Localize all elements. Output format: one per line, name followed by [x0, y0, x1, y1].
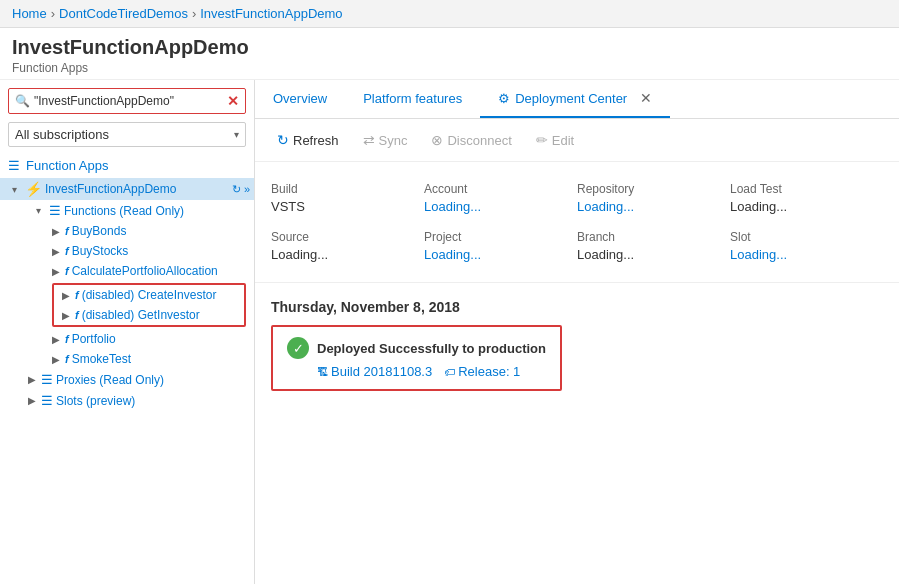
- info-value-branch: Loading...: [577, 247, 722, 262]
- breadcrumb-demos[interactable]: DontCodeTiredDemos: [59, 6, 188, 21]
- info-value-source: Loading...: [271, 247, 416, 262]
- disconnect-label: Disconnect: [447, 133, 511, 148]
- tree-item-portfolio[interactable]: ▶ f Portfolio: [44, 329, 254, 349]
- breadcrumb: Home › DontCodeTiredDemos › InvestFuncti…: [0, 0, 899, 28]
- function-icon: f: [65, 245, 69, 257]
- tree-item-buybonds[interactable]: ▶ f BuyBonds: [44, 221, 254, 241]
- info-value-project[interactable]: Loading...: [424, 247, 569, 262]
- content-area: Overview Platform features ⚙ Deployment …: [255, 80, 899, 584]
- function-apps-label: Function Apps: [26, 158, 108, 173]
- info-cell-repository: Repository Loading...: [577, 178, 730, 226]
- sync-button[interactable]: ⇄ Sync: [353, 127, 418, 153]
- tab-close-button[interactable]: ✕: [640, 90, 652, 106]
- tree-item-getinvestor[interactable]: ▶ f (disabled) GetInvestor: [54, 305, 244, 325]
- refresh-button[interactable]: ↻ Refresh: [267, 127, 349, 153]
- info-label: Slot: [730, 230, 875, 244]
- chevron-down-icon: ▾: [12, 184, 22, 195]
- sidebar-item-function-apps[interactable]: ☰ Function Apps: [0, 153, 254, 178]
- info-label: Source: [271, 230, 416, 244]
- release-label: Release: 1: [458, 364, 520, 379]
- sync-icon: ⇄: [363, 132, 375, 148]
- function-icon: f: [75, 289, 79, 301]
- function-app-icon: ⚡: [25, 181, 42, 197]
- tree-item-calculateportfolio[interactable]: ▶ f CalculatePortfolioAllocation: [44, 261, 254, 281]
- function-name-label: BuyBonds: [72, 224, 127, 238]
- refresh-label: Refresh: [293, 133, 339, 148]
- info-value-account[interactable]: Loading...: [424, 199, 569, 214]
- tree-item-buystocks[interactable]: ▶ f BuyStocks: [44, 241, 254, 261]
- disabled-functions-group: ▶ f (disabled) CreateInvestor ▶ f (disab…: [52, 283, 246, 327]
- info-label: Account: [424, 182, 569, 196]
- function-icon: f: [65, 265, 69, 277]
- search-clear-button[interactable]: ✕: [227, 93, 239, 109]
- deploy-success-row: ✓ Deployed Successfully to production: [287, 337, 546, 359]
- build-label: Build 20181108.3: [331, 364, 432, 379]
- edit-button[interactable]: ✏ Edit: [526, 127, 584, 153]
- tabs-bar: Overview Platform features ⚙ Deployment …: [255, 80, 899, 119]
- function-icon: f: [65, 353, 69, 365]
- breadcrumb-current[interactable]: InvestFunctionAppDemo: [200, 6, 342, 21]
- function-name-label: (disabled) CreateInvestor: [82, 288, 217, 302]
- deploy-message: Deployed Successfully to production: [317, 341, 546, 356]
- function-icon: f: [75, 309, 79, 321]
- functions-icon: ☰: [49, 203, 61, 218]
- deploy-card: ✓ Deployed Successfully to production 🏗 …: [271, 325, 562, 391]
- deploy-release-link[interactable]: 🏷 Release: 1: [444, 364, 520, 379]
- toolbar: ↻ Refresh ⇄ Sync ⊗ Disconnect ✏ Edit: [255, 119, 899, 162]
- refresh-icon[interactable]: ↻: [232, 183, 241, 196]
- sidebar: 🔍 "InvestFunctionAppDemo" ✕ All subscrip…: [0, 80, 255, 584]
- tree-item-smoketest[interactable]: ▶ f SmokeTest: [44, 349, 254, 369]
- deploy-section: Thursday, November 8, 2018 ✓ Deployed Su…: [255, 283, 899, 407]
- subscription-label: All subscriptions: [15, 127, 109, 142]
- function-icon: f: [65, 225, 69, 237]
- info-label: Load Test: [730, 182, 875, 196]
- function-name-label: SmokeTest: [72, 352, 131, 366]
- info-cell-loadtest: Load Test Loading...: [730, 178, 883, 226]
- info-value-repository[interactable]: Loading...: [577, 199, 722, 214]
- functions-group-label: Functions (Read Only): [64, 204, 184, 218]
- list-icon: ☰: [8, 158, 20, 173]
- disconnect-button[interactable]: ⊗ Disconnect: [421, 127, 521, 153]
- info-label: Repository: [577, 182, 722, 196]
- info-cell-branch: Branch Loading...: [577, 226, 730, 274]
- tree-item-createinvestor[interactable]: ▶ f (disabled) CreateInvestor: [54, 285, 244, 305]
- function-icon: f: [65, 333, 69, 345]
- sync-label: Sync: [379, 133, 408, 148]
- info-value-loadtest: Loading...: [730, 199, 875, 214]
- info-label: Branch: [577, 230, 722, 244]
- main-layout: 🔍 "InvestFunctionAppDemo" ✕ All subscrip…: [0, 80, 899, 584]
- page-title: InvestFunctionAppDemo: [12, 36, 887, 59]
- page-subtitle: Function Apps: [12, 61, 887, 75]
- success-icon: ✓: [287, 337, 309, 359]
- function-name-label: Portfolio: [72, 332, 116, 346]
- subscription-dropdown[interactable]: All subscriptions ▾: [8, 122, 246, 147]
- info-cell-build: Build VSTS: [271, 178, 424, 226]
- info-cell-project: Project Loading...: [424, 226, 577, 274]
- breadcrumb-home[interactable]: Home: [12, 6, 47, 21]
- disconnect-icon: ⊗: [431, 132, 443, 148]
- info-value-slot[interactable]: Loading...: [730, 247, 875, 262]
- proxies-icon: ☰: [41, 372, 53, 387]
- tree-node-functions[interactable]: ▾ ☰ Functions (Read Only): [28, 200, 254, 221]
- tree-node-proxies[interactable]: ▶ ☰ Proxies (Read Only): [0, 369, 254, 390]
- slots-icon: ☰: [41, 393, 53, 408]
- functions-group: ▾ ☰ Functions (Read Only) ▶ f BuyBonds ▶…: [0, 200, 254, 369]
- expand-icon[interactable]: »: [244, 183, 250, 196]
- info-label: Project: [424, 230, 569, 244]
- search-box[interactable]: 🔍 "InvestFunctionAppDemo" ✕: [8, 88, 246, 114]
- deploy-meta: 🏗 Build 20181108.3 🏷 Release: 1: [317, 364, 546, 379]
- deploy-date: Thursday, November 8, 2018: [271, 299, 883, 315]
- info-cell-slot: Slot Loading...: [730, 226, 883, 274]
- release-icon: 🏷: [444, 366, 455, 378]
- tab-platform-features[interactable]: Platform features: [345, 81, 480, 118]
- tab-overview[interactable]: Overview: [255, 81, 345, 118]
- app-name-label: InvestFunctionAppDemo: [45, 182, 176, 196]
- tree-node-app[interactable]: ▾ ⚡ InvestFunctionAppDemo ↻ »: [0, 178, 254, 200]
- refresh-icon: ↻: [277, 132, 289, 148]
- info-grid: Build VSTS Account Loading... Repository…: [255, 162, 899, 283]
- deploy-build-link[interactable]: 🏗 Build 20181108.3: [317, 364, 432, 379]
- tab-label: Deployment Center: [515, 91, 627, 106]
- tab-deployment-center[interactable]: ⚙ Deployment Center ✕: [480, 80, 670, 118]
- tree-node-slots[interactable]: ▶ ☰ Slots (preview): [0, 390, 254, 411]
- edit-icon: ✏: [536, 132, 548, 148]
